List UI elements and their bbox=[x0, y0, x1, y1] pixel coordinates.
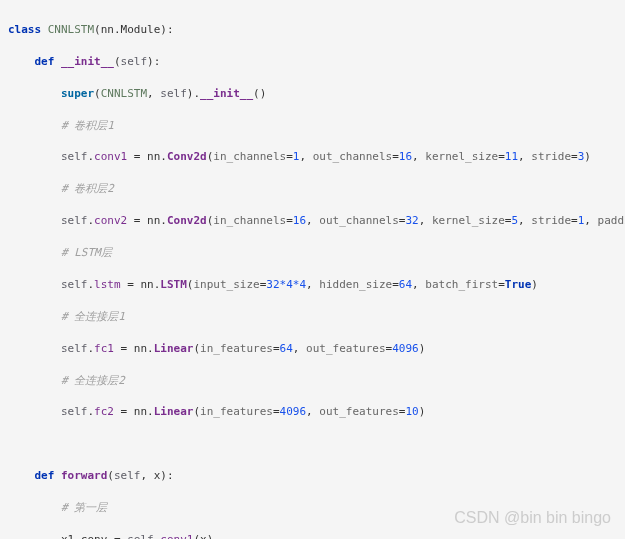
mod-module: Module bbox=[121, 23, 161, 36]
attr-conv1: conv1 bbox=[94, 150, 127, 163]
attr-lstm: lstm bbox=[94, 278, 121, 291]
comment-fc2: # 全连接层2 bbox=[61, 374, 125, 387]
fn-init: __init__ bbox=[61, 55, 114, 68]
comment-fc1: # 全连接层1 bbox=[61, 310, 125, 323]
comment-conv1: # 卷积层1 bbox=[61, 119, 114, 132]
class-name: CNNLSTM bbox=[48, 23, 94, 36]
kw-class: class bbox=[8, 23, 41, 36]
comment-lstm: # LSTM层 bbox=[61, 246, 112, 259]
builtin-super: super bbox=[61, 87, 94, 100]
fn-linear: Linear bbox=[154, 342, 194, 355]
super-cls: CNNLSTM bbox=[101, 87, 147, 100]
comment-layer1: # 第一层 bbox=[61, 501, 107, 514]
mod-nn: nn bbox=[101, 23, 114, 36]
attr-fc2: fc2 bbox=[94, 405, 114, 418]
fn-conv2d: Conv2d bbox=[167, 150, 207, 163]
comment-conv2: # 卷积层2 bbox=[61, 182, 114, 195]
fn-lstm: LSTM bbox=[160, 278, 187, 291]
attr-conv2: conv2 bbox=[94, 214, 127, 227]
code-block: class CNNLSTM(nn.Module): def __init__(s… bbox=[0, 0, 625, 539]
attr-fc1: fc1 bbox=[94, 342, 114, 355]
super-init: __init__ bbox=[200, 87, 253, 100]
self-param: self bbox=[121, 55, 148, 68]
super-self: self bbox=[160, 87, 187, 100]
fn-forward: forward bbox=[61, 469, 107, 482]
kw-def: def bbox=[35, 55, 55, 68]
